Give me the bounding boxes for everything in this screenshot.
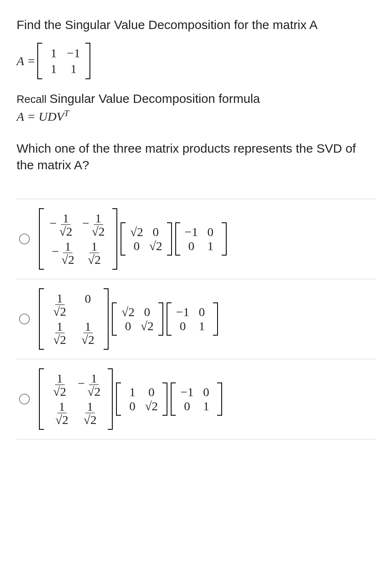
matrix-cell: 0 bbox=[123, 399, 142, 413]
matrix-cell: 0 bbox=[177, 399, 196, 413]
matrix-cell: 0 bbox=[196, 385, 215, 399]
option-content: 1√2−1√21√21√2100√2−1001 bbox=[37, 368, 224, 430]
recall-line: Recall Singular Value Decomposition form… bbox=[17, 92, 375, 106]
matrix-cell: √2 bbox=[138, 319, 157, 333]
matrix-cell: −1 bbox=[177, 385, 196, 399]
matrix-cell: 1 bbox=[123, 385, 142, 399]
option-content: −1√2−1√2−1√21√2√200√2−1001 bbox=[37, 208, 228, 270]
question-prompt: Find the Singular Value Decomposition fo… bbox=[17, 17, 375, 34]
matrix-cell: 0 bbox=[201, 225, 220, 239]
matrix-cell: √2 bbox=[146, 239, 165, 253]
A-label: A = bbox=[17, 54, 36, 68]
radio-icon[interactable] bbox=[19, 394, 30, 404]
matrix-cell: 0 bbox=[146, 225, 165, 239]
matrix-cell: 1 bbox=[44, 45, 64, 61]
matrix-cell: 0 bbox=[74, 291, 102, 319]
matrix-cell: 1√2 bbox=[46, 291, 74, 319]
matrix-cell: −1 bbox=[173, 305, 192, 319]
options-list: −1√2−1√2−1√21√2√200√2−1001 1√201√21√2√20… bbox=[17, 199, 375, 439]
matrix-cell: 1 bbox=[196, 399, 215, 413]
matrix-cell: 0 bbox=[138, 305, 157, 319]
matrix-cell: 0 bbox=[119, 319, 138, 333]
matrix-cell: 0 bbox=[192, 305, 211, 319]
matrix-cell: 1 bbox=[201, 239, 220, 253]
matrix-cell: 1√2 bbox=[76, 399, 104, 427]
matrix-cell: √2 bbox=[142, 399, 161, 413]
matrix-cell: −1 bbox=[182, 225, 201, 239]
option-1[interactable]: −1√2−1√2−1√21√2√200√2−1001 bbox=[17, 199, 375, 279]
matrix: −1001 bbox=[171, 382, 222, 416]
matrix-cell: −1 bbox=[64, 45, 84, 61]
matrix: −1001 bbox=[175, 222, 227, 256]
matrix-cell: 1 bbox=[192, 319, 211, 333]
matrix-A: 1 −1 1 1 bbox=[37, 43, 90, 79]
radio-icon[interactable] bbox=[19, 314, 30, 324]
matrix: √200√2 bbox=[121, 222, 172, 256]
matrix: −1001 bbox=[167, 302, 218, 336]
option-content: 1√201√21√2√200√2−1001 bbox=[37, 288, 220, 350]
matrix-cell: 1√2 bbox=[48, 399, 76, 427]
matrix-cell: 0 bbox=[127, 239, 146, 253]
matrix-cell: −1√2 bbox=[46, 211, 78, 239]
matrix-cell: −1√2 bbox=[74, 371, 106, 399]
matrix: √200√2 bbox=[112, 302, 163, 336]
matrix-cell: 1√2 bbox=[46, 319, 74, 347]
matrix-cell: √2 bbox=[119, 305, 138, 319]
svd-formula: A = UDVT bbox=[17, 108, 375, 124]
matrix: −1√2−1√2−1√21√2 bbox=[39, 208, 117, 270]
matrix-cell: 1 bbox=[44, 61, 64, 77]
matrix-cell: √2 bbox=[127, 225, 146, 239]
matrix-cell: −1√2 bbox=[48, 239, 80, 267]
recall-small: Recall bbox=[17, 93, 49, 105]
matrix-cell: 1√2 bbox=[46, 371, 74, 399]
matrix-cell: 1√2 bbox=[80, 239, 109, 267]
question-body: Which one of the three matrix products r… bbox=[17, 140, 375, 174]
matrix: 1√2−1√21√21√2 bbox=[39, 368, 113, 430]
option-2[interactable]: 1√201√21√2√200√2−1001 bbox=[17, 279, 375, 359]
matrix-cell: 1√2 bbox=[74, 319, 102, 347]
matrix: 100√2 bbox=[116, 382, 167, 416]
matrix-cell: 1 bbox=[64, 61, 84, 77]
matrix: 1√201√21√2 bbox=[39, 288, 109, 350]
matrix-cell: 0 bbox=[142, 385, 161, 399]
radio-icon[interactable] bbox=[19, 234, 30, 244]
matrix-A-definition: A = 1 −1 1 1 bbox=[17, 43, 375, 79]
option-3[interactable]: 1√2−1√21√21√2100√2−1001 bbox=[17, 359, 375, 439]
matrix-cell: 0 bbox=[173, 319, 192, 333]
matrix-cell: 0 bbox=[182, 239, 201, 253]
recall-big: Singular Value Decomposition formula bbox=[49, 92, 260, 105]
matrix-cell: −1√2 bbox=[78, 211, 110, 239]
